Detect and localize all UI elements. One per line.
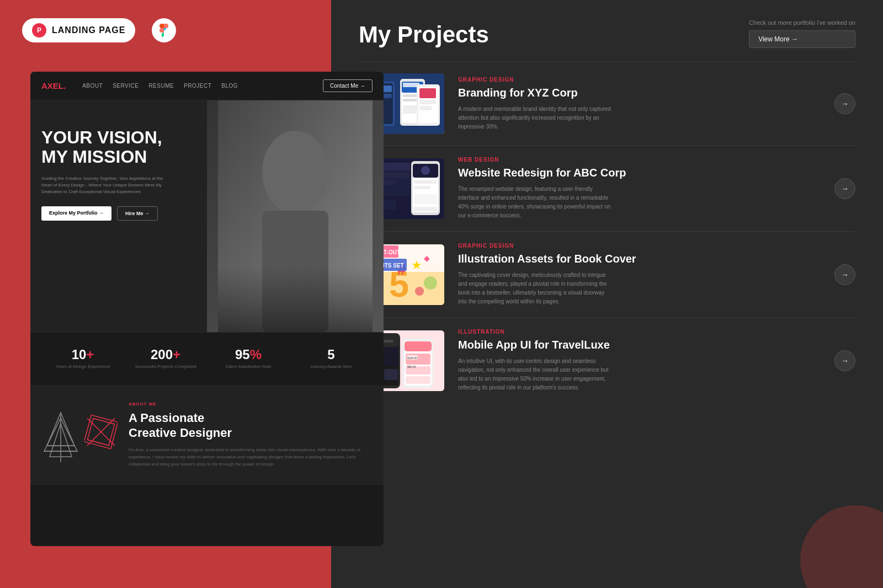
project-name-2: Website Redesign for ABC Corp bbox=[458, 166, 821, 179]
project-desc-4: An intuitive UI, with its user-centric d… bbox=[458, 357, 613, 392]
stat-awards-label: Industry Awards Won bbox=[290, 364, 373, 370]
project-arrow-1[interactable]: → bbox=[834, 93, 855, 114]
nav-about: ABOUT bbox=[82, 83, 103, 89]
svg-rect-45 bbox=[414, 194, 437, 204]
about-title: A Passionate Creative Designer bbox=[129, 411, 373, 440]
project-desc-1: A modern and memorable brand identity th… bbox=[458, 105, 613, 131]
project-category-1: GRAPHIC DESIGN bbox=[458, 77, 821, 83]
project-item: GRAPHIC DESIGN Branding for XYZ Corp A m… bbox=[359, 62, 855, 145]
project-name-3: Illustration Assets for Book Cover bbox=[458, 252, 821, 265]
svg-rect-25 bbox=[403, 99, 417, 101]
top-bar: P LANDING PAGE bbox=[0, 0, 883, 61]
project-info-3: GRAPHIC DESIGN Illustration Assets for B… bbox=[458, 243, 821, 306]
portfolio-button[interactable]: Explore My Portfolio → bbox=[41, 206, 111, 221]
landing-page-badge: P LANDING PAGE bbox=[22, 18, 135, 42]
svg-rect-31 bbox=[419, 106, 432, 110]
project-name-1: Branding for XYZ Corp bbox=[458, 86, 821, 99]
hero-title: YOUR VISION, MY MISSION bbox=[41, 128, 218, 167]
stat-projects-label: Successful Projects Completed bbox=[124, 364, 207, 370]
svg-rect-29 bbox=[419, 88, 436, 98]
project-arrow-3[interactable]: → bbox=[834, 264, 855, 285]
svg-rect-43 bbox=[414, 180, 437, 184]
website-nav: AXEL. ABOUT SERVICE RESUME PROJECT BLOG … bbox=[30, 72, 384, 100]
nav-blog: BLOG bbox=[221, 83, 238, 89]
badge-icon: P bbox=[32, 23, 46, 38]
about-section: ABOUT ME A Passionate Creative Designer … bbox=[30, 385, 384, 484]
hero-portrait-area bbox=[207, 100, 384, 332]
stat-satisfaction: 95% Client Satisfaction Rate bbox=[207, 348, 290, 370]
svg-rect-44 bbox=[414, 186, 430, 189]
nav-resume: RESUME bbox=[148, 83, 174, 89]
svg-rect-30 bbox=[419, 100, 436, 104]
left-panel-website: AXEL. ABOUT SERVICE RESUME PROJECT BLOG … bbox=[30, 72, 384, 546]
figma-icon[interactable] bbox=[152, 18, 176, 42]
svg-point-62 bbox=[415, 287, 424, 296]
project-item: $120.00 $85.00 ILLUSTRATION Mobile App U… bbox=[359, 317, 855, 403]
svg-point-1 bbox=[262, 131, 328, 213]
stat-awards: 5 Industry Awards Won bbox=[290, 348, 373, 370]
project-arrow-4[interactable]: → bbox=[834, 350, 855, 371]
project-item: WEB DESIGN Website Redesign for ABC Corp… bbox=[359, 145, 855, 231]
svg-rect-78 bbox=[406, 376, 430, 384]
geo-shape-2 bbox=[84, 402, 118, 468]
contact-button[interactable]: Contact Me → bbox=[323, 79, 373, 92]
project-name-4: Mobile App UI for TravelLuxe bbox=[458, 338, 821, 351]
hero-section: YOUR VISION, MY MISSION Guiding the Crea… bbox=[30, 100, 384, 332]
hero-content: YOUR VISION, MY MISSION Guiding the Crea… bbox=[41, 128, 218, 221]
hire-button[interactable]: Hire Me → bbox=[117, 206, 158, 221]
project-desc-3: The captivating cover design, meticulous… bbox=[458, 271, 613, 306]
about-text: I'm Axis, a seasoned creative designer d… bbox=[129, 447, 373, 468]
project-desc-2: The revamped website design, featuring a… bbox=[458, 185, 613, 220]
brand-name: AXEL. bbox=[41, 81, 66, 90]
stats-section: 10+ Years of Design Experience 200+ Succ… bbox=[30, 332, 384, 385]
portrait-svg bbox=[218, 100, 373, 332]
svg-point-61 bbox=[424, 276, 437, 290]
nav-service: SERVICE bbox=[113, 83, 139, 89]
stat-experience-label: Years of Design Experience bbox=[41, 364, 124, 370]
project-category-3: GRAPHIC DESIGN bbox=[458, 243, 821, 249]
project-list: GRAPHIC DESIGN Branding for XYZ Corp A m… bbox=[331, 62, 883, 403]
svg-rect-72 bbox=[384, 369, 398, 380]
svg-text:$120.00: $120.00 bbox=[407, 356, 417, 360]
stat-experience: 10+ Years of Design Experience bbox=[41, 348, 124, 370]
geo-shape-1 bbox=[41, 402, 80, 468]
project-category-2: WEB DESIGN bbox=[458, 157, 821, 163]
stat-satisfaction-label: Client Satisfaction Rate bbox=[207, 364, 290, 370]
svg-rect-46 bbox=[414, 207, 437, 211]
right-panel: My Projects Check out more portfolio i'v… bbox=[331, 0, 883, 588]
project-info-4: ILLUSTRATION Mobile App UI for TravelLux… bbox=[458, 329, 821, 392]
hero-buttons: Explore My Portfolio → Hire Me → bbox=[41, 206, 218, 221]
svg-rect-3 bbox=[218, 266, 373, 332]
svg-text:◆: ◆ bbox=[424, 254, 430, 263]
hero-subtitle: Guiding the Creative Journey Together, Y… bbox=[41, 175, 174, 195]
project-arrow-2[interactable]: → bbox=[834, 178, 855, 199]
svg-point-42 bbox=[421, 166, 430, 175]
svg-rect-75 bbox=[405, 341, 432, 351]
about-content: ABOUT ME A Passionate Creative Designer … bbox=[129, 402, 373, 468]
about-icons bbox=[41, 402, 118, 468]
nav-links: ABOUT SERVICE RESUME PROJECT BLOG bbox=[82, 83, 323, 89]
project-info-1: GRAPHIC DESIGN Branding for XYZ Corp A m… bbox=[458, 77, 821, 131]
svg-text:★: ★ bbox=[411, 258, 422, 272]
about-tag: ABOUT ME bbox=[129, 402, 373, 407]
nav-project: PROJECT bbox=[184, 83, 211, 89]
project-item: 5 4 # FINE CUT-OUT ELEMENTS SET ★ ◆ bbox=[359, 231, 855, 317]
project-info-2: WEB DESIGN Website Redesign for ABC Corp… bbox=[458, 157, 821, 220]
badge-label: LANDING PAGE bbox=[52, 25, 125, 35]
svg-text:$85.00: $85.00 bbox=[407, 365, 416, 368]
project-category-4: ILLUSTRATION bbox=[458, 329, 821, 335]
stat-projects: 200+ Successful Projects Completed bbox=[124, 348, 207, 370]
